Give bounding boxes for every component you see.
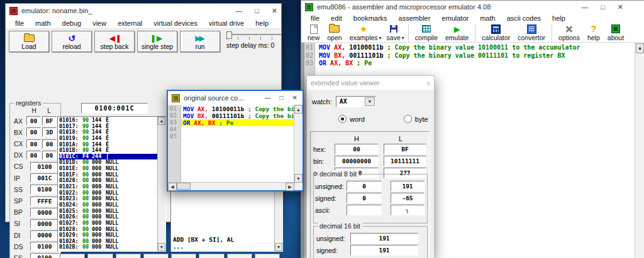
scroll-right-icon[interactable]: ▶ <box>286 183 294 191</box>
scroll-up-icon[interactable]: ▲ <box>636 43 644 53</box>
maximize-button[interactable]: □ <box>255 8 259 14</box>
register-es-field[interactable]: 0100 <box>30 253 59 258</box>
hex-l-field[interactable]: BF <box>384 144 426 154</box>
debug-button[interactable]: debug <box>199 254 224 258</box>
aux-button[interactable]: aux <box>143 254 169 258</box>
code-line[interactable]: OR AX, BX ; Pe <box>181 119 294 126</box>
code-line[interactable]: MOV AX, 10100011b ; Copy the binary valu… <box>315 44 644 52</box>
open-button[interactable]: open <box>323 24 345 42</box>
unsigned-h-field[interactable]: 0 <box>347 181 382 191</box>
register-di-field[interactable]: 0000 <box>30 230 59 240</box>
bin-l-field[interactable]: 10111111 <box>384 156 426 166</box>
register-bp-field[interactable]: 0000 <box>30 208 59 217</box>
menu-item-help[interactable]: help <box>548 13 570 23</box>
menu-item-ascii-codes[interactable]: ascii codes <box>502 13 545 23</box>
unsigned-16-field[interactable]: 191 <box>350 233 418 244</box>
code-line[interactable]: MOV BX, 00111101b ; Copy the binary valu… <box>315 52 644 60</box>
load-button[interactable]: Load <box>9 31 49 52</box>
emulate-button[interactable]: emulate <box>441 24 472 42</box>
minimize-button[interactable]: — <box>265 95 271 101</box>
close-button[interactable]: ✕ <box>618 4 623 11</box>
menu-item-file[interactable]: file <box>306 13 324 23</box>
editor-scrollbar[interactable]: ▲ <box>635 43 644 258</box>
register-ax-l-field[interactable]: BF <box>42 116 57 126</box>
maximize-button[interactable]: □ <box>601 4 605 11</box>
register-dx-l-field[interactable]: 00 <box>42 151 57 160</box>
menu-item-external[interactable]: external <box>113 18 147 28</box>
register-cs-field[interactable]: 0100 <box>30 162 59 171</box>
vertical-scrollbar[interactable]: ▲ ▼ <box>294 105 303 190</box>
maximize-button[interactable]: □ <box>280 95 284 101</box>
horizontal-scrollbar[interactable]: ◀ ▶ <box>168 182 294 190</box>
about-button[interactable]: about <box>604 24 628 42</box>
menu-item-math[interactable]: math <box>475 13 499 23</box>
minimize-button[interactable]: — <box>581 4 588 11</box>
minimize-button[interactable]: — <box>235 8 242 14</box>
menu-item-bookmarks[interactable]: bookmarks <box>349 13 392 23</box>
scroll-down-icon[interactable]: ▼ <box>158 243 165 251</box>
examples-button[interactable]: examples <box>346 24 382 42</box>
vars-button[interactable]: vars <box>171 254 196 258</box>
code-line[interactable]: OR AX, BX ; Pe <box>315 60 644 68</box>
menu-item-file[interactable]: file <box>11 18 28 28</box>
register-dx-h-field[interactable]: 00 <box>26 151 41 160</box>
register-ax-h-field[interactable]: 00 <box>26 116 41 126</box>
slider-thumb[interactable] <box>226 31 232 39</box>
menu-item-virtual-drive[interactable]: virtual drive <box>204 18 248 28</box>
run-button[interactable]: run <box>180 31 220 52</box>
scroll-up-icon[interactable]: ▲ <box>158 117 165 125</box>
ascii-h-field[interactable] <box>347 205 382 215</box>
stack-button[interactable]: stack <box>227 254 252 258</box>
new-button[interactable]: new <box>304 24 323 42</box>
register-bx-l-field[interactable]: 3D <box>42 127 57 137</box>
calculator-button[interactable]: calculator <box>478 24 514 42</box>
save-button[interactable]: save <box>383 24 404 42</box>
menu-item-math[interactable]: math <box>31 18 55 28</box>
signed-l-field[interactable]: -65 <box>391 193 425 203</box>
memory-address-field[interactable]: 0100:001C <box>81 103 148 114</box>
bin-h-field[interactable]: 00000000 <box>335 156 379 166</box>
signed-16-field[interactable]: 191 <box>350 245 418 255</box>
register-ds-field[interactable]: 0100 <box>30 242 59 251</box>
close-button[interactable]: ✕ <box>292 95 297 101</box>
flags-button[interactable]: flags <box>255 254 280 258</box>
hex-h-field[interactable]: 00 <box>335 144 379 154</box>
compile-button[interactable]: compile <box>411 24 441 42</box>
watch-register-select[interactable]: AX ▼ <box>336 96 376 107</box>
single-step-button[interactable]: single step <box>137 31 177 52</box>
scroll-down-icon[interactable]: ▼ <box>275 243 282 251</box>
emulator-titlebar[interactable]: emulator: noname.bin_ — □ ✕ <box>6 4 281 18</box>
register-cx-l-field[interactable]: 00 <box>42 139 57 149</box>
step-delay-slider[interactable]: step delay ms: 0 <box>226 31 281 53</box>
menu-item-debug[interactable]: debug <box>58 18 86 28</box>
radio-byte[interactable]: byte <box>404 115 428 123</box>
ascii-l-field[interactable]: ┐ <box>391 205 425 215</box>
close-button[interactable]: ✕ <box>272 8 277 14</box>
scroll-left-icon[interactable]: ◀ <box>168 183 177 191</box>
scroll-up-icon[interactable]: ▲ <box>294 105 303 114</box>
code-line[interactable] <box>181 133 294 140</box>
register-bx-h-field[interactable]: 00 <box>26 127 41 137</box>
register-ip-field[interactable]: 001C <box>30 173 59 183</box>
menu-item-assembler[interactable]: assembler <box>394 13 435 23</box>
menu-item-help[interactable]: help <box>251 18 273 28</box>
disassembly-row[interactable]: ... <box>173 243 274 250</box>
main-titlebar[interactable]: emu8086 - assembler and microprocessor e… <box>301 1 644 13</box>
step-back-button[interactable]: step back <box>94 31 135 52</box>
register-si-field[interactable]: 0000 <box>30 219 59 228</box>
disassembly-row[interactable]: ADD [BX + SI], AL <box>173 236 274 243</box>
reload-button[interactable]: reload <box>52 31 92 52</box>
menu-item-virtual-devices[interactable]: virtual devices <box>149 18 202 28</box>
source-code-area[interactable]: MOV AX, 10100011b ; Copy the binary valu… <box>181 105 294 190</box>
scrollbar-thumb[interactable] <box>177 183 191 190</box>
menu-item-edit[interactable]: edit <box>326 13 347 23</box>
chevron-down-icon[interactable]: ▾ <box>402 35 404 41</box>
screen-button[interactable]: screen <box>60 254 85 258</box>
chevron-down-icon[interactable]: ▼ <box>365 97 375 106</box>
signed-h-field[interactable]: 0 <box>347 193 382 203</box>
convertor-button[interactable]: convertor <box>514 24 549 42</box>
scroll-down-icon[interactable]: ▼ <box>294 174 303 183</box>
viewer-titlebar[interactable]: extended value viewer x <box>307 76 434 90</box>
menu-item-view[interactable]: view <box>88 18 111 28</box>
code-line[interactable]: MOV BX, 00111101b ; Copy the binary valu… <box>181 112 294 119</box>
